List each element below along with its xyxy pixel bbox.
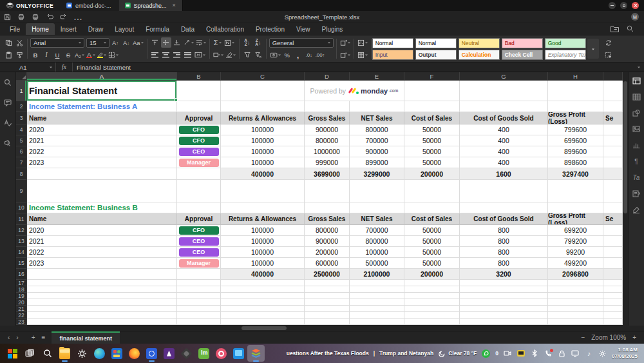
cell-D11[interactable]: Gross Sales [305, 213, 350, 225]
linux-mint-icon[interactable]: lm [195, 345, 213, 362]
cell-I6[interactable] [603, 146, 623, 157]
cell-E17[interactable] [350, 280, 404, 286]
cell-B8[interactable] [177, 168, 221, 180]
cell-B14[interactable]: CEO [177, 247, 221, 258]
quick-print-button[interactable] [28, 12, 43, 22]
cell-I13[interactable] [603, 236, 623, 247]
shape-settings-icon[interactable] [631, 108, 641, 117]
save-button[interactable] [0, 12, 14, 22]
search-icon[interactable] [4, 77, 12, 89]
cell-I23[interactable] [603, 319, 623, 325]
cell-F19[interactable] [404, 293, 460, 299]
cell-E14[interactable]: 100000 [350, 247, 404, 258]
cell-F10[interactable] [404, 202, 460, 213]
highlight-color-button[interactable] [97, 50, 107, 60]
cell-G8[interactable]: 1600 [460, 168, 548, 180]
cell-B15[interactable]: Manager [177, 258, 221, 269]
cell-B4[interactable]: CFO [177, 124, 221, 135]
col-header-B[interactable]: B [177, 72, 221, 81]
cell-C12[interactable]: 100000 [221, 225, 305, 236]
row-header-14[interactable]: 14 [16, 247, 27, 258]
approval-chip[interactable]: Manager [179, 159, 219, 167]
cell-A20[interactable] [27, 299, 177, 306]
autosum-button[interactable]: Σ [213, 37, 223, 48]
cell-E20[interactable] [350, 299, 404, 306]
cell-A11[interactable]: Name [27, 213, 177, 225]
font-name-select[interactable]: Arial [30, 38, 84, 48]
cell-E2[interactable] [350, 101, 404, 112]
cell-C5[interactable]: 100000 [221, 135, 305, 146]
cell-E8[interactable]: 3299000 [350, 168, 404, 180]
row-header-8[interactable]: 8 [16, 168, 27, 180]
edge-browser-icon[interactable] [91, 345, 108, 362]
menu-tab-protection[interactable]: Protection [250, 23, 290, 35]
cell-B19[interactable] [177, 293, 221, 299]
cell-E21[interactable] [350, 306, 404, 312]
display-app-icon[interactable] [230, 345, 247, 362]
cell-I12[interactable] [603, 225, 623, 236]
cell-H10[interactable] [548, 202, 603, 213]
cell-F5[interactable]: 50000 [404, 135, 460, 146]
cell-A22[interactable] [27, 312, 177, 319]
chart-settings-icon[interactable] [631, 141, 641, 150]
comments-icon[interactable] [4, 97, 12, 109]
cell-D13[interactable]: 900000 [305, 236, 350, 247]
cell-I8[interactable] [603, 168, 623, 180]
align-middle-button[interactable] [161, 37, 171, 48]
cell-G7[interactable]: 400 [460, 157, 548, 168]
cell-H8[interactable]: 3297400 [548, 168, 603, 180]
conditional-formatting-button[interactable] [357, 37, 368, 48]
cell-B17[interactable] [177, 280, 221, 286]
mail-app-icon[interactable] [143, 345, 160, 362]
cell-H2[interactable] [548, 101, 603, 112]
cell-H3[interactable]: Gross Profit (Loss) [548, 112, 603, 124]
vertical-scroll-thumb[interactable] [623, 81, 627, 213]
approval-chip[interactable]: Manager [179, 259, 219, 268]
cell-G9[interactable] [460, 180, 548, 202]
cell-D2[interactable] [305, 101, 350, 112]
cell-A15[interactable]: 2023 [27, 258, 177, 269]
borders-button[interactable] [108, 50, 119, 60]
align-center-button[interactable] [161, 50, 171, 60]
row-header-22[interactable]: 22 [16, 312, 27, 319]
approval-chip[interactable]: CFO [179, 226, 219, 235]
cell-I11[interactable]: Se [603, 213, 623, 225]
cell-A21[interactable] [27, 306, 177, 312]
close-tab-icon[interactable]: × [173, 3, 176, 8]
cell-G23[interactable] [460, 319, 548, 325]
cell-H13[interactable]: 799200 [548, 236, 603, 247]
clear-filter-button[interactable] [253, 50, 263, 60]
brightness-icon[interactable] [598, 349, 607, 358]
file-explorer-icon[interactable] [56, 345, 73, 362]
styles-gallery-expand-button[interactable] [587, 39, 599, 59]
task-view-button[interactable] [21, 345, 39, 362]
cell-D15[interactable]: 600000 [305, 258, 350, 269]
approval-chip[interactable]: CEO [179, 237, 219, 246]
row-header-1[interactable]: 1 [16, 81, 27, 101]
app-store-icon[interactable] [108, 345, 126, 362]
cell-style-normal-1[interactable]: Normal [415, 38, 457, 48]
percent-style-button[interactable]: % [282, 50, 292, 60]
cell-F22[interactable] [404, 312, 460, 319]
cell-D3[interactable]: Gross Sales [305, 112, 350, 124]
cell-G22[interactable] [460, 312, 548, 319]
approval-chip[interactable]: CFO [179, 137, 219, 145]
increase-decimal-button[interactable]: .00↑ [315, 50, 326, 60]
cell-F1[interactable] [404, 81, 460, 101]
cell-F9[interactable] [404, 180, 460, 202]
spellcheck-icon[interactable] [4, 117, 12, 129]
cell-I21[interactable] [603, 306, 623, 312]
purple-app-icon[interactable] [160, 345, 178, 362]
row-header-15[interactable]: 15 [16, 258, 27, 269]
cell-B2[interactable] [177, 101, 221, 112]
approval-chip[interactable]: CEO [179, 248, 219, 257]
cell-A6[interactable]: 2022 [27, 146, 177, 157]
cell-E15[interactable]: 500000 [350, 258, 404, 269]
table-settings-icon[interactable] [631, 92, 641, 101]
orientation-button[interactable] [183, 37, 194, 48]
cell-C10[interactable] [221, 202, 305, 213]
cell-D9[interactable] [305, 180, 350, 202]
row-header-5[interactable]: 5 [16, 135, 27, 146]
cell-A3[interactable]: Name [27, 112, 177, 124]
format-as-table-button[interactable] [357, 50, 368, 60]
